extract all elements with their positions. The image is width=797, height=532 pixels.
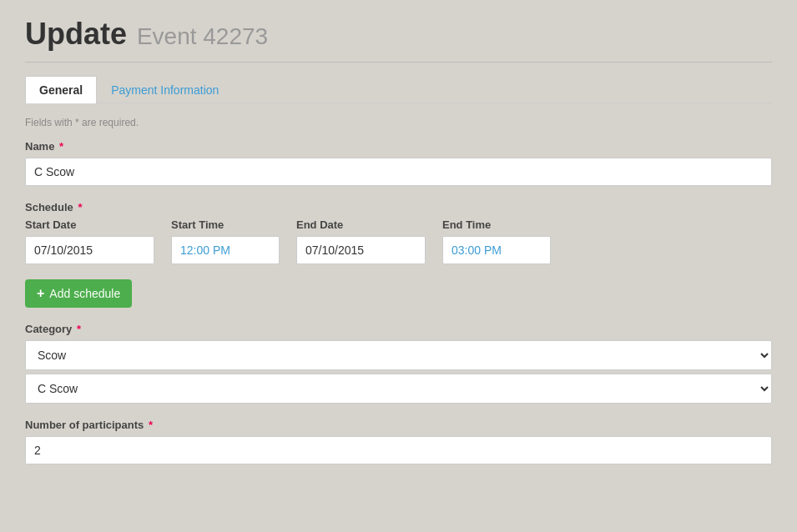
start-time-label: Start Time <box>171 218 280 231</box>
category-label: Category * <box>25 323 772 335</box>
name-label: Name * <box>25 140 772 153</box>
schedule-group: Schedule * Start Date Start Time End Dat… <box>25 201 772 264</box>
name-input[interactable] <box>25 158 772 186</box>
end-time-col: End Time <box>442 218 551 264</box>
participants-label: Number of participants * <box>25 419 772 431</box>
tabs-container: General Payment Information <box>25 76 772 103</box>
plus-icon: + <box>37 286 44 301</box>
end-date-col: End Date <box>296 218 426 264</box>
category-select-2[interactable]: C Scow <box>25 374 772 404</box>
start-date-col: Start Date <box>25 218 154 264</box>
end-time-label: End Time <box>442 218 551 231</box>
page-subtitle: Event 42273 <box>137 23 268 49</box>
tab-payment[interactable]: Payment Information <box>97 76 233 103</box>
category-group: Category * Scow C Scow <box>25 323 772 404</box>
start-date-label: Start Date <box>25 218 154 231</box>
tab-general[interactable]: General <box>25 76 97 103</box>
schedule-label: Schedule * <box>25 201 772 213</box>
required-note: Fields with * are required. <box>25 117 772 128</box>
end-time-input[interactable] <box>442 236 551 264</box>
end-date-input[interactable] <box>296 236 426 264</box>
start-date-input[interactable] <box>25 236 154 264</box>
category-select-1[interactable]: Scow <box>25 340 772 370</box>
participants-input[interactable] <box>25 436 772 464</box>
start-time-input[interactable] <box>171 236 280 264</box>
add-schedule-label: Add schedule <box>49 287 120 300</box>
end-date-label: End Date <box>296 218 426 231</box>
page-title: Update <box>25 17 127 51</box>
page-header: Update Event 42273 <box>25 17 772 63</box>
start-time-col: Start Time <box>171 218 280 264</box>
name-group: Name * <box>25 140 772 186</box>
add-schedule-button[interactable]: + Add schedule <box>25 279 132 308</box>
participants-group: Number of participants * <box>25 419 772 464</box>
schedule-grid: Start Date Start Time End Date End Time <box>25 218 772 264</box>
